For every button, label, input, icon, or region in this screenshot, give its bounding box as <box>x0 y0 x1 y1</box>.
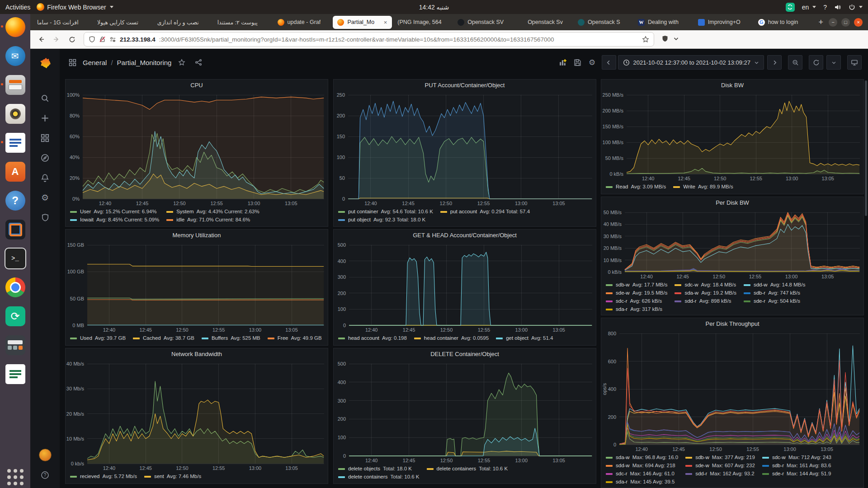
sidebar-plus-icon[interactable] <box>30 109 60 127</box>
legend-item-sdc-w[interactable]: sdc-wAvg: 18.4 MB/s <box>675 281 736 289</box>
panel-title[interactable]: DELETE Container/Object <box>334 348 596 360</box>
dock-item-terminal[interactable]: >_ <box>4 247 26 269</box>
sidebar-explore-icon[interactable] <box>30 149 60 166</box>
browser-tab-11[interactable]: WDealing with <box>633 16 693 29</box>
legend-item-sdb-r[interactable]: sdb-rAvg: 747 kB/s <box>744 289 805 297</box>
legend-item-sdd-w[interactable]: sdd-wMax: 694 Avg: 218 <box>606 462 678 469</box>
dashboard-settings-icon[interactable]: ⚙ <box>586 56 599 69</box>
dock-item-audio[interactable] <box>4 103 26 125</box>
chart-plot[interactable]: 05010015020025012:4012:4512:5012:5513:00… <box>334 91 596 206</box>
chart-plot[interactable]: 0 kB/s50 MB/s100 MB/s150 MB/s200 MB/s250… <box>601 91 863 182</box>
window-maximize-button[interactable]: □ <box>841 18 850 27</box>
legend-item-put-container[interactable]: put containerAvg: 54.6 Total: 10.6 K <box>338 208 433 216</box>
legend-item-sdc-r[interactable]: sdc-rAvg: 626 kB/s <box>606 297 667 305</box>
dock-item-firefox[interactable] <box>4 16 26 38</box>
legend-item-delete-containers[interactable]: delete containersTotal: 10.6 K <box>427 465 508 473</box>
back-button[interactable] <box>35 33 47 46</box>
breadcrumb-dashboard[interactable]: Partial_Monitoring <box>117 59 172 66</box>
legend-item-head-container[interactable]: head containerAvg: 0.0595 <box>414 334 489 342</box>
chart-plot[interactable]: 020040060080012:4012:4512:5012:5513:0013… <box>601 330 863 452</box>
dock-item-calculator[interactable] <box>4 334 26 356</box>
legend-item-put-object[interactable]: put objectAvg: 92.3 Total: 18.0 K <box>338 216 433 224</box>
activities-button[interactable]: Activities <box>5 4 30 11</box>
share-icon[interactable] <box>192 56 205 69</box>
dock-item-show-applications[interactable] <box>4 466 26 488</box>
insecure-lock-icon[interactable] <box>99 36 106 43</box>
sidebar-dashboards-icon[interactable] <box>30 129 60 146</box>
app-menu[interactable]: Firefox Web Browser <box>37 3 113 11</box>
legend-item-sde-w[interactable]: sde-wAvg: 19.5 MB/s <box>606 289 667 297</box>
legend-item-sde-r[interactable]: sde-rMax: 144 Avg: 51.9 <box>762 470 831 478</box>
zoom-out-time-icon[interactable] <box>788 55 802 70</box>
legend-item-sda-w[interactable]: sda-wMax: 96.8 Avg: 16.0 <box>606 454 678 461</box>
legend-item-sde-w[interactable]: sde-wMax: 607 Avg: 232 <box>685 462 755 469</box>
legend-item-System[interactable]: SystemAvg: 4.43% Current: 2.63% <box>166 208 259 216</box>
legend-item-Free[interactable]: FreeAvg: 49.9 GB <box>268 334 322 342</box>
reload-button[interactable] <box>66 33 78 46</box>
legend-item-sdc-w[interactable]: sdc-wMax: 712 Avg: 243 <box>762 454 831 461</box>
keyboard-layout-indicator[interactable]: en <box>802 4 816 11</box>
browser-tab-8[interactable]: Openstack SV <box>453 16 512 29</box>
legend-item-User[interactable]: UserAvg: 15.2% Current: 6.94% <box>70 208 159 216</box>
time-range-picker[interactable]: 2021-10-02 12:37:00 to 2021-10-02 13:09:… <box>618 55 764 70</box>
legend-item-sdd-w[interactable]: sdd-wAvg: 14.8 MB/s <box>744 281 805 289</box>
bookmark-star-icon[interactable] <box>642 36 649 43</box>
chart-plot[interactable]: 0 kb/s10 Mb/s20 Mb/s30 Mb/s40 Mb/s12:401… <box>66 360 328 471</box>
legend-item-Used[interactable]: UsedAvg: 39.7 GB <box>70 334 126 342</box>
panel-title[interactable]: PUT Account/Container/Object <box>334 80 596 91</box>
window-minimize-button[interactable]: − <box>829 18 837 27</box>
dock-item-sync[interactable]: ⟳ <box>4 305 26 327</box>
scrollbar[interactable] <box>865 80 867 216</box>
panel-title[interactable]: Per Disk BW <box>601 197 863 209</box>
browser-tab-5[interactable]: update - Graf <box>273 16 332 29</box>
sidebar-shield-icon[interactable] <box>30 209 60 226</box>
browser-tab-9[interactable]: Openstack Sv <box>513 16 572 29</box>
refresh-dashboard-icon[interactable] <box>809 55 823 70</box>
time-range-back-icon[interactable] <box>602 55 616 70</box>
refresh-interval-chevron-icon[interactable] <box>826 55 841 70</box>
url-bar[interactable]: 212.33.198.4:3000/d/F63l05Snk/partial_mo… <box>84 32 654 47</box>
legend-item-put-account[interactable]: put accountAvg: 0.294 Total: 57.4 <box>440 208 530 216</box>
legend-item-sda-r[interactable]: sda-rAvg: 317 kB/s <box>606 305 667 313</box>
forward-button[interactable] <box>50 33 63 46</box>
save-dashboard-icon[interactable] <box>571 56 584 69</box>
legend-item-sdb-r[interactable]: sdb-rMax: 161 Avg: 83.6 <box>762 462 831 469</box>
tab-close-icon[interactable]: × <box>383 19 388 26</box>
panel-title[interactable]: Memory Utilization <box>66 230 328 241</box>
panel-title[interactable]: Per Disk Throughput <box>601 318 863 330</box>
dock-item-chrome[interactable] <box>4 276 26 298</box>
legend-item-delete-objects[interactable]: delete objectsTotal: 18.0 K <box>338 465 420 473</box>
sidebar-settings-icon[interactable]: ⚙ <box>30 189 60 206</box>
legend-item-sda-w[interactable]: sda-wAvg: 19.2 MB/s <box>675 289 736 297</box>
sidebar-search-icon[interactable] <box>30 89 60 107</box>
legend-item-sdb-w[interactable]: sdb-wAvg: 17.7 MB/s <box>606 281 667 289</box>
dock-item-vmware[interactable] <box>4 218 26 240</box>
browser-tab-13[interactable]: Ghow to login <box>754 16 813 29</box>
legend-item-sdb-w[interactable]: sdb-wMax: 377 Avg: 219 <box>685 454 755 461</box>
legend-item-idle[interactable]: idleAvg: 71.0% Current: 84.6% <box>166 216 259 224</box>
volume-icon[interactable] <box>834 4 841 11</box>
legend-item-sent[interactable]: sentAvg: 7.46 Mb/s <box>144 473 201 480</box>
browser-tab-6[interactable]: Partial_Mo× <box>333 16 392 29</box>
time-range-forward-icon[interactable] <box>767 55 782 70</box>
chart-plot[interactable]: 0 MB50 GB100 GB150 GB12:4012:4512:5012:5… <box>66 241 328 333</box>
tracking-shield-icon[interactable] <box>89 36 95 43</box>
screen-share-indicator-icon[interactable] <box>786 3 795 12</box>
dock-item-writer[interactable] <box>4 131 26 154</box>
help-indicator[interactable]: ? <box>823 4 827 11</box>
legend-item-sda-r[interactable]: sda-rMax: 145 Avg: 39.5 <box>606 478 678 486</box>
window-close-button[interactable]: × <box>854 18 863 27</box>
extension-shield-icon[interactable] <box>661 35 669 44</box>
browser-tab-2[interactable]: تست کارایی هیولا <box>93 16 152 29</box>
legend-item-sdd-r[interactable]: sdd-rMax: 162 Avg: 93.2 <box>685 470 755 478</box>
panel-title[interactable]: CPU <box>66 80 328 91</box>
legend-item-sdc-r[interactable]: sdc-rMax: 146 Avg: 61.0 <box>606 470 678 478</box>
panel-title[interactable]: GET & HEAD Account/Container/Object <box>334 230 596 241</box>
chart-plot[interactable]: 0%20%40%60%80%100%12:4012:4512:5012:5513… <box>66 91 328 206</box>
browser-tab-1[interactable]: افرانت 1G - ساما <box>33 16 92 29</box>
panel-title[interactable]: Network Bandwidth <box>66 348 328 360</box>
legend-item-delete-containers[interactable]: delete containersTotal: 10.6 K <box>338 473 420 481</box>
dock-item-archive[interactable] <box>4 74 26 96</box>
legend-item-Write[interactable]: WriteAvg: 89.9 MB/s <box>673 183 733 191</box>
dock-item-calc[interactable] <box>4 363 26 385</box>
